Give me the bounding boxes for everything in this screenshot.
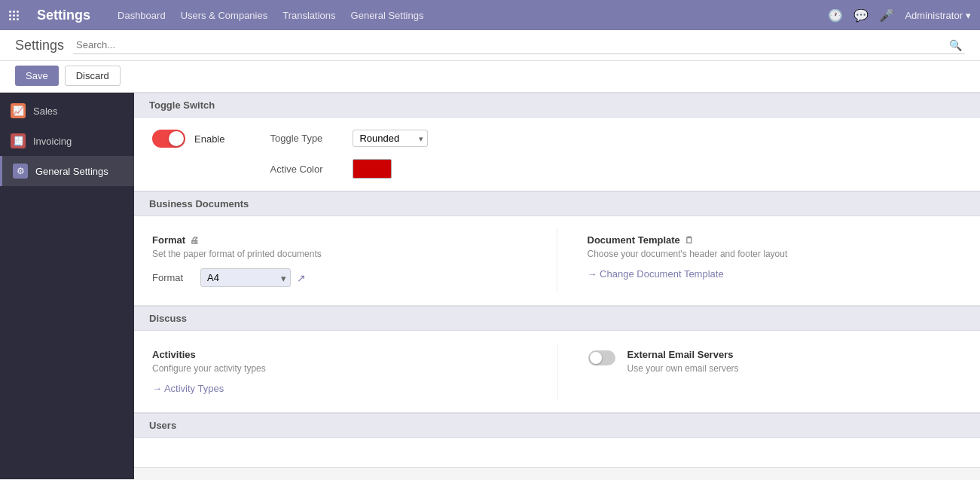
section-header-toggle: Toggle Switch <box>134 93 980 118</box>
section-users: Users <box>134 413 980 468</box>
discard-button[interactable]: Discard <box>65 66 121 86</box>
format-field-label: Format <box>152 272 194 283</box>
grid-icon[interactable] <box>9 11 19 20</box>
sidebar-item-invoicing[interactable]: 🧾 Invoicing <box>0 126 134 156</box>
external-email-info: External Email Servers Use your own emai… <box>627 349 739 383</box>
sidebar: 📈 Sales 🧾 Invoicing ⚙ General Settings <box>0 93 134 479</box>
topnav-links: Dashboard Users & Companies Translations… <box>118 10 816 21</box>
user-dropdown-icon: ▾ <box>966 10 971 21</box>
section-header-business: Business Documents <box>134 191 980 216</box>
toggle-type-select-wrapper: Rounded Square <box>353 130 428 147</box>
discuss-col-activities: Activities Configure your activity types… <box>152 343 557 400</box>
main-layout: 📈 Sales 🧾 Invoicing ⚙ General Settings T… <box>0 93 980 479</box>
biz-col-format: Format 🖨 Set the paper format of printed… <box>152 228 557 293</box>
section-body-toggle: Enable Toggle Type Rounded Square <box>134 118 980 191</box>
biz-col-template: Document Template 🗒 Choose your document… <box>557 228 963 293</box>
sidebar-item-sales[interactable]: 📈 Sales <box>0 96 134 126</box>
nav-translations[interactable]: Translations <box>282 10 335 21</box>
toggle-left: Enable <box>152 130 224 148</box>
toggle-type-row: Toggle Type Rounded Square <box>270 130 428 147</box>
sidebar-label-invoicing: Invoicing <box>33 136 72 147</box>
section-header-users: Users <box>134 413 980 438</box>
format-title: Format 🖨 <box>152 234 527 246</box>
active-color-picker[interactable] <box>353 159 392 179</box>
toggle-row: Enable Toggle Type Rounded Square <box>152 130 962 179</box>
format-desc: Set the paper format of printed document… <box>152 249 527 259</box>
section-business-documents: Business Documents Format 🖨 Set the pape… <box>134 191 980 306</box>
section-header-discuss: Discuss <box>134 306 980 331</box>
external-email-toggle[interactable] <box>588 350 615 365</box>
main-content: Toggle Switch Enable Toggl <box>134 93 980 479</box>
external-email-title: External Email Servers <box>627 349 739 360</box>
save-button[interactable]: Save <box>15 66 59 86</box>
activities-title: Activities <box>152 349 527 360</box>
mic-icon: 🎤 <box>879 8 894 23</box>
doc-template-title: Document Template 🗒 <box>588 234 963 246</box>
nav-dashboard[interactable]: Dashboard <box>118 10 166 21</box>
doc-template-desc: Choose your document's header and footer… <box>588 249 963 259</box>
format-icon: 🖨 <box>190 235 199 246</box>
user-name: Administrator <box>905 10 963 21</box>
search-icon: 🔍 <box>949 39 962 51</box>
clock-icon[interactable]: 🕐 <box>828 8 843 23</box>
page-title: Settings <box>15 38 64 54</box>
section-body-business: Format 🖨 Set the paper format of printed… <box>134 216 980 306</box>
section-discuss: Discuss Activities Configure your activi… <box>134 306 980 413</box>
business-grid: Format 🖨 Set the paper format of printed… <box>152 228 962 293</box>
enable-toggle[interactable] <box>152 130 185 148</box>
topnav: Settings Dashboard Users & Companies Tra… <box>0 0 980 30</box>
change-template-link[interactable]: → Change Document Template <box>588 268 724 280</box>
user-menu[interactable]: Administrator ▾ <box>905 10 971 21</box>
section-body-discuss: Activities Configure your activity types… <box>134 331 980 413</box>
nav-general-settings[interactable]: General Settings <box>351 10 424 21</box>
activities-desc: Configure your activity types <box>152 363 527 374</box>
enable-label: Enable <box>194 133 224 145</box>
chat-icon[interactable]: 💬 <box>853 8 869 23</box>
action-bar: Save Discard <box>0 61 980 93</box>
discuss-grid: Activities Configure your activity types… <box>152 343 962 400</box>
toggle-type-label: Toggle Type <box>270 133 337 144</box>
discuss-col-email: External Email Servers Use your own emai… <box>557 343 963 400</box>
format-row: Format A4 A3 Letter Legal ↗ <box>152 268 527 287</box>
app-title: Settings <box>37 8 90 23</box>
toggle-knob <box>169 131 184 146</box>
settings-icon: ⚙ <box>13 164 28 179</box>
email-toggle-knob <box>590 352 602 364</box>
page-header: Settings 🔍 <box>0 30 980 61</box>
sidebar-label-sales: Sales <box>33 105 58 117</box>
format-select[interactable]: A4 A3 Letter Legal <box>200 268 291 287</box>
section-toggle-switch: Toggle Switch Enable Toggl <box>134 93 980 191</box>
sidebar-item-general-settings[interactable]: ⚙ General Settings <box>0 156 134 186</box>
section-body-users <box>134 438 980 468</box>
search-bar: 🔍 <box>73 36 965 54</box>
format-external-link[interactable]: ↗ <box>297 272 306 284</box>
search-input[interactable] <box>73 36 965 54</box>
active-color-row: Active Color <box>270 159 428 179</box>
invoicing-icon: 🧾 <box>11 133 26 148</box>
external-email-desc: Use your own email servers <box>627 363 739 374</box>
nav-users-companies[interactable]: Users & Companies <box>181 10 268 21</box>
format-select-wrapper: A4 A3 Letter Legal <box>200 268 291 287</box>
sidebar-label-general-settings: General Settings <box>35 166 108 177</box>
doc-template-icon: 🗒 <box>685 235 694 246</box>
active-color-label: Active Color <box>270 164 337 175</box>
topnav-right: 🕐 💬 🎤 Administrator ▾ <box>828 8 971 23</box>
activity-types-link[interactable]: → Activity Types <box>152 383 224 394</box>
toggle-type-select[interactable]: Rounded Square <box>353 130 428 147</box>
toggle-right: Toggle Type Rounded Square Active Color <box>270 130 428 179</box>
sales-icon: 📈 <box>11 103 26 118</box>
